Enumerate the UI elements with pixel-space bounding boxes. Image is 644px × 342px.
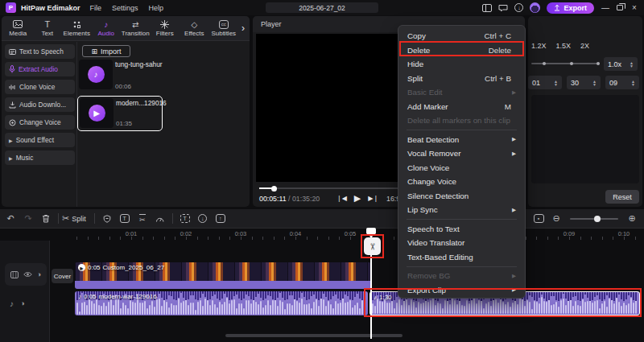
sidebar-item-sound-effect[interactable]: ▶Sound Effect	[5, 133, 75, 147]
context-menu-item[interactable]: Add Marker M	[398, 100, 525, 114]
split-label[interactable]: Split	[72, 215, 86, 223]
context-menu-item[interactable]: Split Ctrl + B	[398, 72, 525, 86]
seek-handle[interactable]	[271, 186, 277, 192]
export-from-timeline-button[interactable]: ↑	[212, 212, 229, 226]
shortcut-label: M	[505, 102, 511, 111]
restore-button[interactable]	[617, 5, 623, 10]
speed-slider[interactable]	[531, 63, 600, 64]
app-logo-icon: P	[6, 2, 16, 13]
next-frame-button[interactable]: ▶❘	[368, 195, 378, 202]
context-menu-item[interactable]: Vocal Remover ▶	[398, 146, 525, 161]
tab-media[interactable]: Media	[3, 19, 33, 37]
delete-clip-button[interactable]	[37, 212, 55, 226]
mute-track-icon[interactable]: ◑	[20, 299, 24, 307]
context-menu-item[interactable]	[407, 266, 517, 267]
text-icon: T	[44, 19, 50, 29]
music-note-icon[interactable]: ♪	[10, 299, 14, 308]
zoom-slider-handle[interactable]	[594, 216, 601, 222]
cover-button[interactable]: Cover	[52, 269, 73, 283]
context-menu-item[interactable]: Remove BG ▶	[398, 269, 525, 283]
video-clip[interactable]: ▶ 0:05 Custom_2025_06_27	[75, 262, 371, 289]
tab-filters[interactable]: Filters	[151, 19, 180, 37]
context-menu-item[interactable]: Clone Voice	[398, 161, 525, 175]
play-button[interactable]: ▶	[354, 193, 361, 204]
stepper-arrows-icon[interactable]: ▲▼	[630, 61, 634, 68]
split-button[interactable]: ✂	[62, 212, 69, 226]
tab-audio[interactable]: ♪Audio	[92, 19, 122, 37]
timeline-zoom-slider[interactable]	[570, 218, 618, 220]
sidebar-item-extract-audio[interactable]: Extract Audio	[5, 62, 75, 76]
speed-gauge-button[interactable]	[151, 212, 169, 226]
tab-elements[interactable]: Elements	[62, 19, 92, 37]
reset-button[interactable]: Reset	[605, 190, 639, 204]
stepper-arrows-icon[interactable]: ▲▼	[554, 80, 558, 86]
text-template-button[interactable]: T	[176, 212, 194, 226]
video-clip-label: ▶ 0:05 Custom_2025_06_27	[78, 264, 164, 271]
context-menu-item[interactable]	[407, 130, 517, 130]
toolbar-divider	[58, 213, 59, 224]
export-button[interactable]: Export	[547, 2, 594, 14]
prev-frame-button[interactable]: ❘◀	[336, 195, 347, 202]
seconds-stepper[interactable]: 09▲▼	[605, 76, 639, 89]
tab-transition[interactable]: ⇄Transition	[121, 19, 151, 37]
tab-effects[interactable]: ◇Effects	[180, 19, 209, 37]
close-button[interactable]: ×	[630, 3, 639, 12]
zoom-out-button[interactable]: ⊖	[547, 212, 565, 226]
text-box-button[interactable]: T	[116, 212, 134, 226]
zoom-in-button[interactable]: ⊕	[623, 212, 641, 226]
hours-stepper[interactable]: 01▲▼	[528, 76, 562, 89]
speed-preset-1.2x[interactable]: 1.2X	[531, 42, 547, 50]
menu-settings[interactable]: Settings	[112, 4, 138, 12]
context-menu-item[interactable]: Text-Based Editing	[398, 250, 525, 265]
context-menu-item[interactable]: Basic Edit ▶	[398, 85, 525, 100]
menu-file[interactable]: File	[90, 4, 102, 12]
layout-panels-icon[interactable]	[482, 4, 492, 12]
properties-body	[531, 95, 639, 183]
speed-preset-1.5x[interactable]: 1.5X	[556, 42, 572, 50]
fit-timeline-button[interactable]: ▪	[530, 212, 547, 226]
eye-icon[interactable]	[23, 271, 32, 278]
sidebar-item-music[interactable]: ▶Music	[5, 150, 75, 165]
context-menu-item[interactable]: Lip Sync ▶	[398, 203, 525, 217]
tab-text[interactable]: TText	[33, 19, 63, 37]
context-menu-item[interactable]: Delete all markers on this clip	[398, 113, 525, 128]
timeline-ruler[interactable]: 0:010:020:030:040:050:060:070:080:090:10	[0, 229, 644, 241]
sidebar-item-text-to-speech[interactable]: Text to Speech	[5, 44, 75, 59]
speed-preset-2x[interactable]: 2X	[580, 42, 589, 50]
minimize-button[interactable]: —	[601, 3, 610, 12]
mute-track-icon[interactable]: ◑	[37, 270, 41, 278]
stepper-arrows-icon[interactable]: ▲▼	[631, 80, 635, 86]
download-icon[interactable]: ↓	[514, 3, 523, 12]
context-menu-item[interactable]	[407, 219, 517, 220]
film-icon[interactable]	[10, 271, 19, 278]
context-menu-item[interactable]: Speech to Text	[398, 222, 525, 237]
import-button[interactable]: ⊞Import	[82, 45, 130, 57]
import-to-timeline-button[interactable]: ↓	[194, 212, 212, 226]
context-menu-item[interactable]: Beat Detection ▶	[398, 133, 525, 147]
context-menu-item[interactable]: Video Translator	[398, 236, 525, 250]
speed-value-stepper[interactable]: 1.0x▲▼	[604, 57, 638, 71]
tabs-expand-chevron-icon[interactable]: ›	[238, 23, 248, 34]
sidebar-item-audio-download[interactable]: Audio Downlo...	[5, 97, 75, 112]
feedback-bubble-icon[interactable]	[498, 4, 508, 12]
context-menu-item[interactable]: Change Voice	[398, 175, 525, 189]
menu-help[interactable]: Help	[149, 4, 164, 12]
user-avatar[interactable]	[530, 2, 540, 13]
sidebar-item-clone-voice[interactable]: Clone Voice	[5, 80, 75, 94]
audio-clip-left[interactable]: ♪ 0:05 modern-war-129016	[75, 291, 368, 315]
media-item-modern-129016[interactable]: ▶ modern...129016 01:35	[77, 96, 163, 131]
marker-shield-button[interactable]	[98, 212, 116, 226]
sidebar-item-change-voice[interactable]: Change Voice	[5, 115, 75, 130]
context-menu-item[interactable]: Silence Detection	[398, 189, 525, 204]
context-menu-item[interactable]: Hide	[398, 57, 525, 72]
undo-button[interactable]: ↶	[2, 212, 19, 226]
project-name-field[interactable]: 2025-06-27_02	[266, 2, 378, 13]
media-item-tung-tung-sahur[interactable]: ♪ tung-tung-sahur 00:06	[77, 58, 163, 93]
minutes-stepper[interactable]: 30▲▼	[567, 76, 601, 89]
tab-subtitles[interactable]: ccSubtitles	[209, 19, 239, 37]
redo-button[interactable]: ↷	[19, 212, 37, 226]
submenu-arrow-icon: ▶	[512, 136, 516, 142]
stepper-arrows-icon[interactable]: ▲▼	[592, 80, 597, 86]
horizontal-scrollbar[interactable]	[225, 334, 402, 337]
delete-split-button[interactable]: ✂	[134, 212, 151, 226]
